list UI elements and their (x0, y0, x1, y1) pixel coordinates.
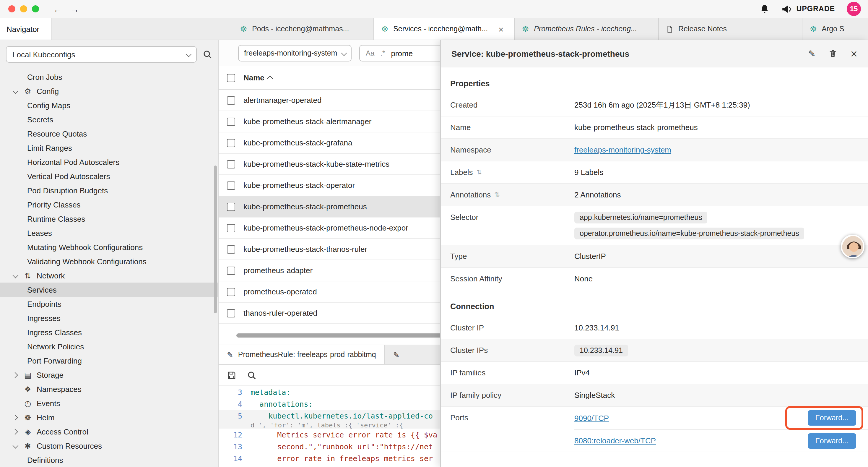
port-link[interactable]: 9090/TCP (574, 413, 609, 422)
detail-row-cluster-ips: Cluster IPs 10.233.14.91 (441, 339, 868, 362)
row-checkbox[interactable] (227, 181, 235, 189)
forward-button[interactable]: Forward... (807, 433, 856, 448)
megaphone-icon (781, 4, 792, 13)
row-checkbox[interactable] (227, 139, 235, 147)
window-minimize-button[interactable] (20, 5, 27, 12)
kubeconfig-selector[interactable]: Local Kubeconfigs (6, 46, 197, 63)
chevron-down-icon (186, 51, 192, 57)
regex-toggle[interactable]: .* (380, 49, 385, 57)
forward-button[interactable]: Forward... (807, 410, 856, 426)
code-line: annotations: (251, 399, 313, 408)
navigator-panel-tab[interactable]: Navigator (0, 18, 52, 39)
row-checkbox[interactable] (227, 245, 235, 253)
sidebar-group-network[interactable]: ⇅ Network (0, 268, 218, 283)
sidebar-item-vertical-pod-autoscalers[interactable]: Vertical Pod Autoscalers (0, 169, 218, 183)
sidebar-item-resource-quotas[interactable]: Resource Quotas (0, 126, 218, 141)
back-button[interactable]: ← (53, 4, 62, 14)
forward-button[interactable]: → (70, 4, 79, 14)
config-icon: ⚙ (23, 87, 33, 95)
sidebar-item-priority-classes[interactable]: Priority Classes (0, 198, 218, 212)
sidebar-item-events[interactable]: ◷ Events (0, 396, 218, 410)
row-checkbox[interactable] (227, 96, 235, 104)
code-line: kubectl.kubernetes.io/last-applied-co (251, 411, 433, 420)
drawer-body: Properties Created 253d 16h 6m ago (2025… (441, 67, 868, 452)
line-number: 13 (219, 442, 251, 451)
tab-release-notes[interactable]: Release Notes (659, 18, 802, 39)
sidebar-item-leases[interactable]: Leases (0, 226, 218, 240)
edit-pencil-icon[interactable]: ✎ (808, 49, 815, 58)
service-details-drawer: Service: kube-prometheus-stack-prometheu… (440, 40, 868, 467)
sidebar-item-services[interactable]: Services (0, 283, 218, 297)
sidebar-group-custom-resources[interactable]: ✱ Custom Resources (0, 439, 218, 453)
sidebar-search-icon[interactable] (203, 50, 212, 59)
close-drawer-icon[interactable]: × (850, 48, 857, 59)
sidebar-item-config-maps[interactable]: Config Maps (0, 98, 218, 112)
chevron-right-icon (12, 414, 18, 420)
row-checkbox[interactable] (227, 309, 235, 317)
notification-count-badge[interactable]: 15 (847, 2, 861, 16)
chevron-right-icon (12, 429, 18, 435)
selector-chip: app.kubernetes.io/name=prometheus (574, 212, 708, 224)
chevron-right-icon (12, 372, 18, 378)
sidebar-group-helm[interactable]: ☸ Helm (0, 410, 218, 425)
match-case-toggle[interactable]: Aa (366, 49, 374, 57)
detail-row-cluster-ip: Cluster IP 10.233.14.91 (441, 317, 868, 339)
sidebar-item-port-forwarding[interactable]: Port Forwarding (0, 353, 218, 368)
notifications-bell-icon[interactable] (760, 4, 769, 13)
window-zoom-button[interactable] (32, 5, 39, 12)
editor-search-icon[interactable] (247, 370, 256, 380)
detail-row-name: Name kube-prometheus-stack-prometheus (441, 116, 868, 139)
upgrade-button[interactable]: UPGRADE (781, 4, 835, 13)
row-checkbox[interactable] (227, 202, 235, 211)
expand-updown-icon[interactable]: ⇅ (494, 191, 500, 199)
expand-updown-icon[interactable]: ⇅ (476, 169, 482, 176)
namespace-link[interactable]: freeleaps-monitoring-system (574, 145, 671, 154)
sidebar-item-runtime-classes[interactable]: Runtime Classes (0, 212, 218, 226)
sort-ascending-icon[interactable] (267, 76, 273, 82)
kubernetes-icon: ☸ (381, 25, 389, 33)
dock-tab-partial[interactable]: ✎ (385, 345, 409, 364)
sidebar-item-ingress-classes[interactable]: Ingress Classes (0, 325, 218, 339)
dock-tab-prometheusrule[interactable]: ✎ PrometheusRule: freeleaps-prod-rabbitm… (219, 345, 385, 364)
sidebar-item-horizontal-pod-autoscalers[interactable]: Horizontal Pod Autoscalers (0, 155, 218, 169)
code-line: second.","runbook_url":"https://net (251, 442, 433, 451)
tab-pods[interactable]: ☸ Pods - icecheng@mathmas... (233, 18, 374, 39)
sidebar-item-namespaces[interactable]: ❖ Namespaces (0, 382, 218, 396)
kubernetes-icon: ☸ (809, 25, 817, 33)
app-window: ← → UPGRADE 15 Navigator ☸ Pods - iceche… (0, 0, 868, 467)
select-all-checkbox[interactable] (227, 74, 235, 82)
sidebar-item-validating-webhook-configurations[interactable]: Validating Webhook Configurations (0, 254, 218, 268)
tab-prometheus-rules[interactable]: ☸ Prometheus Rules - icecheng... (515, 18, 659, 39)
close-tab-icon[interactable]: × (498, 24, 504, 34)
sidebar-item-ingresses[interactable]: Ingresses (0, 311, 218, 325)
sidebar-group-access-control[interactable]: ◈ Access Control (0, 425, 218, 439)
sidebar-scrollbar[interactable] (214, 166, 217, 313)
name-column-header[interactable]: Name (243, 73, 265, 82)
window-close-button[interactable] (8, 5, 16, 12)
row-checkbox[interactable] (227, 266, 235, 274)
sidebar-item-mutating-webhook-configurations[interactable]: Mutating Webhook Configurations (0, 240, 218, 254)
save-icon[interactable] (227, 370, 236, 380)
tab-services[interactable]: ☸ Services - icecheng@math... × (374, 18, 515, 39)
detail-row-session-affinity: Session Affinity None (441, 268, 868, 290)
row-checkbox[interactable] (227, 224, 235, 232)
sidebar-item-definitions[interactable]: Definitions (0, 453, 218, 467)
sidebar-item-network-policies[interactable]: Network Policies (0, 339, 218, 353)
sidebar-group-storage[interactable]: ▤ Storage (0, 368, 218, 382)
row-checkbox[interactable] (227, 117, 235, 126)
delete-trash-icon[interactable] (829, 49, 838, 58)
section-title-connection: Connection (441, 290, 868, 317)
detail-row-created: Created 253d 16h 6m ago (2025年1月13日 GMT+… (441, 94, 868, 116)
sidebar-item-limit-ranges[interactable]: Limit Ranges (0, 141, 218, 155)
row-checkbox[interactable] (227, 288, 235, 296)
sidebar-item-endpoints[interactable]: Endpoints (0, 297, 218, 311)
sidebar-group-config[interactable]: ⚙ Config (0, 84, 218, 98)
sidebar-item-pod-disruption-budgets[interactable]: Pod Disruption Budgets (0, 183, 218, 198)
port-link[interactable]: 8080:reloader-web/TCP (574, 436, 656, 445)
namespace-filter-select[interactable]: freeleaps-monitoring-system (238, 45, 351, 61)
row-checkbox[interactable] (227, 160, 235, 168)
tab-argo[interactable]: ☸ Argo S (802, 18, 849, 39)
sidebar-item-secrets[interactable]: Secrets (0, 112, 218, 126)
sidebar-item-cron-jobs[interactable]: Cron Jobs (0, 70, 218, 84)
drawer-title: Service: kube-prometheus-stack-prometheu… (452, 49, 795, 58)
